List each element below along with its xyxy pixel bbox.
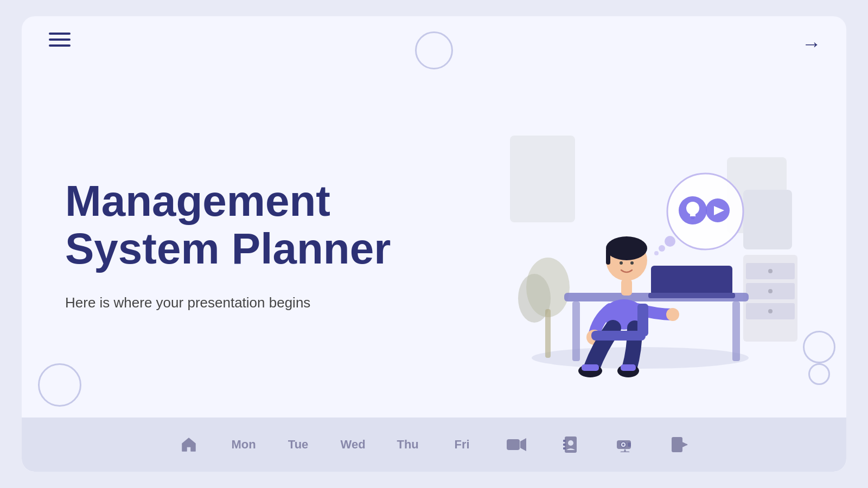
bottom-nav: Mon Tue Wed Thu Fri [22,418,846,472]
svg-rect-16 [732,301,740,361]
svg-rect-22 [606,248,610,265]
svg-point-48 [568,440,573,446]
svg-rect-50 [563,444,566,446]
projector-icon [616,437,634,452]
text-section: Management System Planner Here is where … [65,177,434,311]
subtitle: Here is where your presentation begins [65,294,412,311]
svg-rect-3 [743,190,792,249]
svg-point-43 [659,245,665,252]
title-line1: Management [65,177,330,225]
svg-point-44 [654,251,659,255]
nav-item-fri[interactable]: Fri [435,438,489,452]
svg-rect-25 [621,279,632,296]
svg-rect-1 [510,136,575,222]
svg-point-24 [630,261,634,265]
svg-rect-49 [563,440,566,442]
nav-label-wed: Wed [341,438,366,452]
svg-rect-31 [621,364,636,371]
nav-item-wed[interactable]: Wed [326,438,381,452]
svg-point-21 [606,236,647,260]
home-icon [180,436,197,453]
nav-label-thu: Thu [397,438,418,452]
main-content: Management System Planner Here is where … [65,70,846,418]
svg-rect-45 [507,439,520,450]
svg-point-13 [768,309,773,313]
nav-item-tue[interactable]: Tue [271,438,326,452]
illustration-svg [456,103,825,385]
title-line2: System Planner [65,224,391,273]
nav-item-video[interactable] [489,437,544,452]
svg-rect-51 [563,447,566,450]
nav-label-tue: Tue [288,438,308,452]
svg-rect-55 [628,442,631,447]
nav-item-export[interactable] [652,436,706,453]
contacts-icon [563,436,579,453]
nav-item-mon[interactable]: Mon [216,438,271,452]
nav-item-home[interactable] [162,436,216,453]
nav-item-thu[interactable]: Thu [381,438,435,452]
next-arrow-icon[interactable]: → [802,33,819,55]
svg-rect-30 [582,364,599,371]
svg-marker-46 [520,438,526,451]
svg-rect-15 [572,301,580,361]
main-title: Management System Planner [65,177,412,273]
slide-container: → Management System Planner Here is wher… [22,16,846,472]
svg-point-36 [686,202,699,215]
svg-point-42 [665,236,675,247]
header: → [22,16,846,72]
nav-item-contacts[interactable] [544,436,598,453]
nav-label-mon: Mon [231,438,256,452]
nav-item-projector[interactable] [598,437,652,452]
illustration-section [434,70,846,418]
svg-point-27 [666,308,679,321]
nav-label-fri: Fri [455,438,470,452]
svg-point-12 [768,289,773,293]
svg-point-54 [622,444,624,446]
svg-point-23 [620,261,623,265]
svg-point-11 [768,269,773,273]
hamburger-menu-icon[interactable] [49,33,71,47]
svg-rect-18 [648,293,735,298]
export-icon [671,436,688,453]
svg-rect-6 [545,309,551,358]
svg-rect-17 [651,266,732,296]
svg-rect-33 [637,304,648,336]
video-camera-icon [506,437,527,452]
